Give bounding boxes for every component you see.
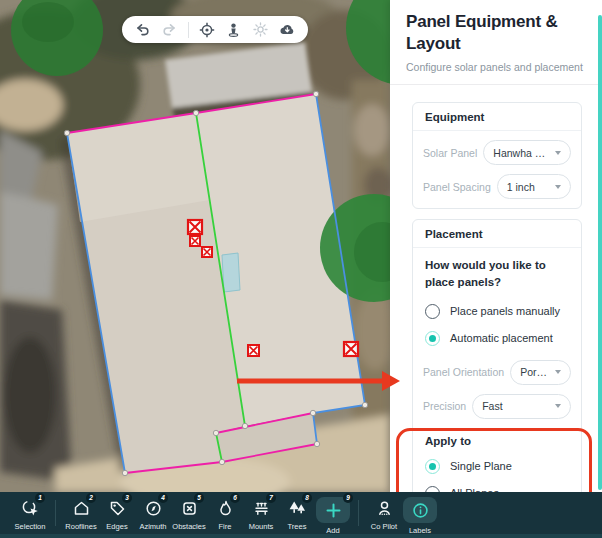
orientation-select[interactable]: Portrait xyxy=(510,360,571,385)
toolbar-divider xyxy=(358,500,359,526)
radio-selected-icon xyxy=(425,331,440,346)
chevron-down-icon xyxy=(555,151,561,155)
tool-co-pilot[interactable]: Co Pilot xyxy=(366,497,402,531)
map-toolbar xyxy=(122,16,308,43)
equipment-card-title: Equipment xyxy=(413,103,581,131)
page-title: Panel Equipment & Layout xyxy=(406,11,586,55)
app: Panel Equipment & Layout Configure solar… xyxy=(0,0,602,538)
tool-add[interactable]: 9 Add xyxy=(315,497,351,535)
co-pilot-icon xyxy=(375,499,394,518)
radio-single-plane[interactable]: Single Plane xyxy=(425,459,569,474)
sidebar-scrollbar[interactable] xyxy=(598,15,602,490)
placement-card-title: Placement xyxy=(413,220,581,248)
solar-panel-select[interactable]: Hanwha HANWH... xyxy=(483,140,571,165)
toolbar-divider xyxy=(55,500,56,526)
street-view-icon xyxy=(226,22,241,37)
chevron-down-icon xyxy=(555,185,561,189)
apply-to-title: Apply to xyxy=(425,435,569,447)
tool-obstacles[interactable]: 5 Obstacles xyxy=(171,497,207,531)
aerial-view xyxy=(0,0,390,492)
tool-badge: 6 xyxy=(230,493,240,503)
panel-spacing-field: Panel Spacing 1 inch xyxy=(423,174,571,199)
tool-badge: 7 xyxy=(266,493,276,503)
panel-spacing-select[interactable]: 1 inch xyxy=(497,174,571,199)
sidebar-header: Panel Equipment & Layout Configure solar… xyxy=(390,0,602,85)
solar-panel-label: Solar Panel xyxy=(423,147,477,159)
tool-edges[interactable]: 3 Edges xyxy=(99,497,135,531)
redo-icon xyxy=(162,22,177,37)
undo-icon xyxy=(135,22,150,37)
obstacle-x-icon xyxy=(344,342,358,356)
chevron-down-icon xyxy=(555,370,561,374)
recenter-button[interactable] xyxy=(198,21,216,39)
skylight-rect[interactable] xyxy=(222,253,240,292)
tool-azimuth[interactable]: 4 Azimuth xyxy=(135,497,171,531)
add-plus-icon xyxy=(324,501,343,520)
placement-card: Placement How would you like to place pa… xyxy=(412,219,582,538)
map-canvas[interactable] xyxy=(0,0,390,492)
cloud-download-button[interactable] xyxy=(279,21,297,39)
obstacle-x-icon xyxy=(202,247,212,257)
tool-trees[interactable]: 8 Trees xyxy=(279,497,315,531)
precision-select[interactable]: Fast xyxy=(472,394,571,419)
tool-rooflines[interactable]: 2 Rooflines xyxy=(63,497,99,531)
tool-badge: 9 xyxy=(343,493,353,503)
tool-badge: 3 xyxy=(122,493,132,503)
obstacle-x-icon xyxy=(190,236,200,246)
orientation-label: Panel Orientation xyxy=(423,366,504,378)
precision-field: Precision Fast xyxy=(423,394,571,419)
placement-question: How would you like to place panels? xyxy=(413,248,581,292)
recenter-icon xyxy=(199,22,215,38)
radio-unselected-icon xyxy=(425,304,440,319)
page-subtitle: Configure solar panels and placement xyxy=(406,61,586,73)
tool-fire[interactable]: 6 Fire xyxy=(207,497,243,531)
obstacle-x-icon xyxy=(248,345,259,356)
sidebar-panel: Panel Equipment & Layout Configure solar… xyxy=(390,0,602,492)
tool-badge: 8 xyxy=(302,493,312,503)
toolbar-divider xyxy=(188,22,189,38)
equipment-card: Equipment Solar Panel Hanwha HANWH... Pa… xyxy=(412,102,582,209)
solar-panel-field: Solar Panel Hanwha HANWH... xyxy=(423,140,571,165)
undo-button[interactable] xyxy=(134,21,152,39)
panel-spacing-label: Panel Spacing xyxy=(423,181,491,193)
radio-automatic-placement[interactable]: Automatic placement xyxy=(425,331,569,346)
brightness-button[interactable] xyxy=(252,21,270,39)
labels-info-icon xyxy=(411,501,430,520)
obstacle-x-icon xyxy=(188,220,202,234)
cloud-download-icon xyxy=(279,22,296,37)
street-view-button[interactable] xyxy=(225,21,243,39)
bottom-toolbar: 1 Selection 2 Rooflines 3 Edges 4 Azi xyxy=(0,492,602,538)
tool-mounts[interactable]: 7 Mounts xyxy=(243,497,279,531)
redo-button[interactable] xyxy=(161,21,179,39)
brightness-icon xyxy=(253,22,268,37)
tool-badge: 1 xyxy=(35,493,45,503)
radio-place-manually[interactable]: Place panels manually xyxy=(425,304,569,319)
chevron-down-icon xyxy=(555,404,561,408)
tool-badge: 2 xyxy=(86,493,96,503)
tool-selection[interactable]: 1 Selection xyxy=(12,497,48,531)
tool-badge: 4 xyxy=(158,493,168,503)
tool-labels[interactable]: Labels xyxy=(402,497,438,535)
tool-badge: 5 xyxy=(194,493,204,503)
radio-selected-icon xyxy=(425,459,440,474)
precision-label: Precision xyxy=(423,400,466,412)
orientation-field: Panel Orientation Portrait xyxy=(423,360,571,385)
